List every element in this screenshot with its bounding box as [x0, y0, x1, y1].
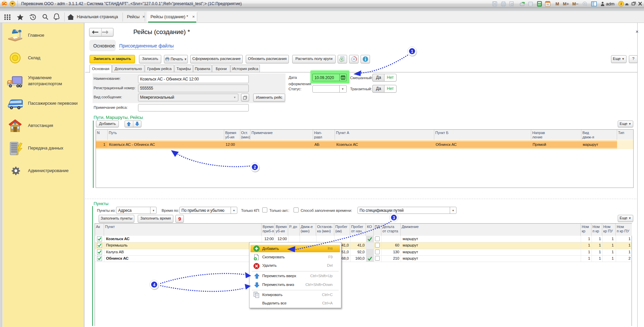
svg-text:M: M [555, 1, 559, 6]
svg-text:M−: M− [572, 1, 579, 6]
svg-text:M+: M+ [563, 1, 569, 6]
svg-text:adm: adm [606, 1, 614, 6]
svg-text:31: 31 [546, 3, 549, 6]
svg-text:1С: 1С [2, 2, 7, 6]
